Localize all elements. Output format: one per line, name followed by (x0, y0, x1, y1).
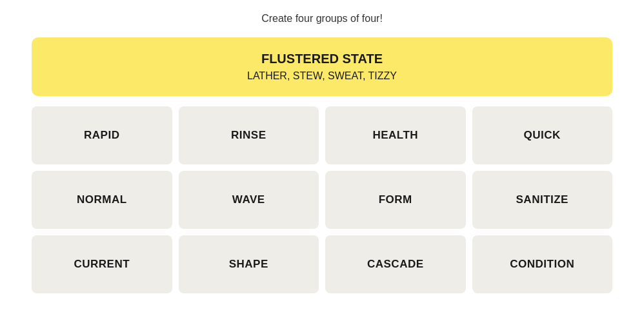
tile-sanitize[interactable]: SANITIZE (472, 171, 613, 229)
tile-quick-label: QUICK (524, 129, 561, 142)
tile-current-label: CURRENT (74, 258, 130, 271)
tile-wave-label: WAVE (232, 193, 265, 206)
tile-current[interactable]: CURRENT (32, 235, 172, 293)
tile-wave[interactable]: WAVE (179, 171, 319, 229)
tile-form-label: FORM (379, 193, 412, 206)
tile-form[interactable]: FORM (325, 171, 466, 229)
subtitle: Create four groups of four! (261, 13, 383, 24)
tile-rinse[interactable]: RINSE (179, 106, 319, 164)
tile-normal-label: NORMAL (77, 193, 127, 206)
tile-condition-label: CONDITION (510, 258, 574, 271)
tile-rinse-label: RINSE (231, 129, 266, 142)
tile-grid: RAPIDRINSEHEALTHQUICKNORMALWAVEFORMSANIT… (32, 106, 612, 293)
tile-normal[interactable]: NORMAL (32, 171, 172, 229)
tile-shape-label: SHAPE (229, 258, 268, 271)
tile-sanitize-label: SANITIZE (516, 193, 569, 206)
solved-group-card: FLUSTERED STATE LATHER, STEW, SWEAT, TIZ… (32, 37, 612, 96)
tile-cascade-label: CASCADE (367, 258, 424, 271)
tile-cascade[interactable]: CASCADE (325, 235, 466, 293)
tile-shape[interactable]: SHAPE (179, 235, 319, 293)
tile-rapid[interactable]: RAPID (32, 106, 172, 164)
tile-quick[interactable]: QUICK (472, 106, 613, 164)
solved-group-title: FLUSTERED STATE (45, 52, 599, 66)
main-container: Create four groups of four! FLUSTERED ST… (32, 13, 612, 293)
tile-rapid-label: RAPID (84, 129, 119, 142)
tile-condition[interactable]: CONDITION (472, 235, 613, 293)
solved-group-words: LATHER, STEW, SWEAT, TIZZY (45, 70, 599, 82)
tile-health-label: HEALTH (372, 129, 418, 142)
tile-health[interactable]: HEALTH (325, 106, 466, 164)
